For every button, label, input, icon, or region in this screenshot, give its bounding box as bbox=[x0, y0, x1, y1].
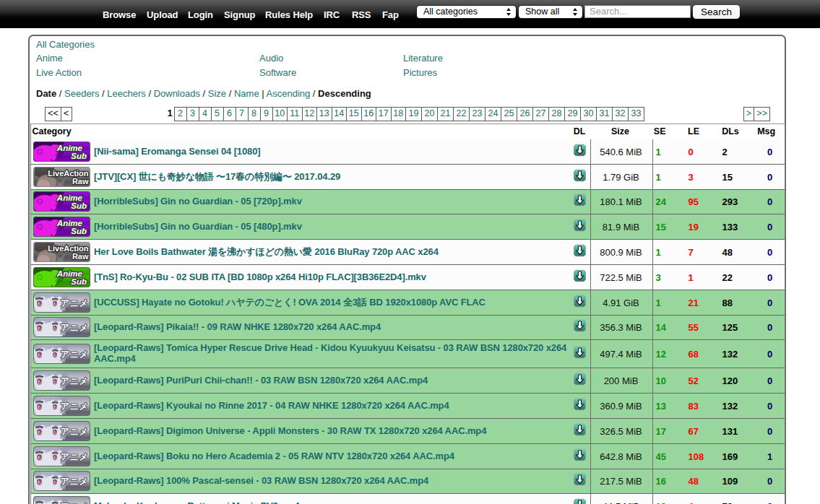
svg-text:Sub: Sub bbox=[71, 227, 87, 235]
svg-text:アニメ: アニメ bbox=[60, 427, 87, 437]
svg-text:Sub: Sub bbox=[71, 201, 87, 210]
svg-text:アニメ: アニメ bbox=[60, 323, 87, 333]
svg-text:Raw: Raw bbox=[72, 252, 88, 261]
svg-text:Sub: Sub bbox=[71, 151, 87, 160]
svg-text:アニメ: アニメ bbox=[60, 452, 87, 462]
svg-text:アニメ: アニメ bbox=[60, 477, 87, 487]
svg-text:Raw: Raw bbox=[72, 176, 88, 185]
svg-text:アニメ: アニメ bbox=[60, 349, 87, 360]
svg-text:アニメ: アニメ bbox=[60, 298, 87, 308]
svg-text:アニメ: アニメ bbox=[60, 401, 87, 412]
svg-text:Sub: Sub bbox=[71, 277, 87, 285]
svg-text:アニメ: アニメ bbox=[60, 376, 87, 386]
